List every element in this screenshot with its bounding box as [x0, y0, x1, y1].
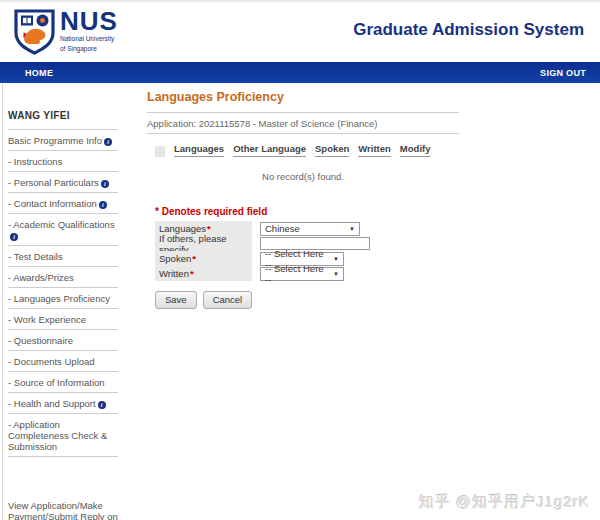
sidebar-item-personal-particulars[interactable]: - Personal Particularsi [8, 172, 118, 193]
info-icon: i [99, 201, 107, 209]
page: NUS National University of Singapore Gra… [0, 0, 600, 520]
sidebar-item-application-completeness-check-submission[interactable]: - Application Completeness Check & Submi… [8, 414, 118, 457]
application-info: Application: 2021115578 - Master of Scie… [147, 113, 459, 133]
zhihu-watermark: 知乎 @知乎用户J1g2rK [419, 493, 590, 512]
navbar: HOME SIGN OUT [0, 62, 600, 83]
cancel-button[interactable]: Cancel [203, 291, 253, 309]
written-label: Written* [155, 266, 252, 281]
info-icon: i [104, 138, 112, 146]
sidebar-item-health-and-support[interactable]: - Health and Supporti [8, 393, 118, 414]
required-asterisk: * [190, 268, 194, 279]
table-header-languages[interactable]: Languages [174, 143, 224, 157]
sidebar-item-test-details[interactable]: - Test Details [8, 246, 118, 267]
page-title: Graduate Admission System [353, 20, 584, 40]
table-header-written[interactable]: Written [358, 143, 391, 157]
sidebar-item-basic-programme-info[interactable]: Basic Programme Infoi [8, 130, 118, 151]
nus-sub-line1: National University [60, 35, 118, 43]
chevron-down-icon: ▼ [349, 226, 355, 232]
divider [147, 133, 459, 134]
others-label: If others, please specify. [155, 236, 252, 251]
spoken-label: Spoken* [155, 251, 252, 266]
sidebar-secondary-menu: View Application/Make Payment/Submit Rep… [8, 495, 118, 520]
sidebar-menu: Basic Programme Infoi- Instructions- Per… [8, 130, 118, 457]
sidebar-item-academic-qualifications[interactable]: - Academic Qualificationsi [8, 214, 118, 246]
written-select[interactable]: -- Select Here -- ▼ [260, 267, 344, 281]
nav-signout-link[interactable]: SIGN OUT [540, 68, 586, 78]
required-asterisk: * [192, 253, 196, 264]
form-row-written: Written* -- Select Here -- ▼ [155, 266, 445, 281]
table-header-modify[interactable]: Modify [400, 143, 431, 157]
info-icon: i [98, 401, 106, 409]
sidebar-item-source-of-information[interactable]: - Source of Information [8, 372, 118, 393]
table-header-other-language[interactable]: Other Language [233, 143, 306, 157]
sidebar-item-awards-prizes[interactable]: - Awards/Prizes [8, 267, 118, 288]
sidebar: WANG YIFEI Basic Programme Infoi- Instru… [8, 106, 118, 520]
sidebar-item-documents-upload[interactable]: - Documents Upload [8, 351, 118, 372]
chevron-down-icon: ▼ [333, 271, 339, 277]
records-table-header: LanguagesOther LanguageSpokenWrittenModi… [155, 143, 459, 157]
main-content: Languages Proficiency Application: 20211… [147, 90, 459, 309]
section-title: Languages Proficiency [147, 90, 459, 104]
table-header-spoken[interactable]: Spoken [315, 143, 349, 157]
empty-records-message: No record(s) found. [147, 171, 459, 182]
info-icon: i [101, 180, 109, 188]
nus-logo: NUS National University of Singapore [14, 9, 118, 55]
save-button[interactable]: Save [155, 291, 197, 309]
sidebar-item-view-application-make-payment-submit-reply-on-offer-of-admission[interactable]: View Application/Make Payment/Submit Rep… [8, 495, 118, 520]
sidebar-item-languages-proficiency[interactable]: - Languages Proficiency [8, 288, 118, 309]
nus-crest-icon [14, 9, 55, 55]
sidebar-item-questionnaire[interactable]: - Questionnaire [8, 330, 118, 351]
languages-select[interactable]: Chinese ▼ [260, 222, 360, 236]
info-icon: i [10, 233, 18, 241]
nus-sub-line2: of Singapore [60, 45, 118, 53]
languages-form: Languages* Chinese ▼ If others, please s… [155, 221, 445, 281]
nus-logo-text: NUS National University of Singapore [60, 9, 118, 53]
chevron-down-icon: ▼ [333, 256, 339, 262]
sidebar-item-work-experience[interactable]: - Work Experience [8, 309, 118, 330]
sidebar-user-name: WANG YIFEI [8, 106, 118, 130]
nus-acronym: NUS [60, 9, 118, 33]
sidebar-item-contact-information[interactable]: - Contact Informationi [8, 193, 118, 214]
required-field-note: * Denotes required field [155, 206, 459, 217]
form-buttons: Save Cancel [155, 291, 459, 309]
sidebar-item-instructions[interactable]: - Instructions [8, 151, 118, 172]
header: NUS National University of Singapore Gra… [0, 2, 600, 62]
table-lead-cell [155, 146, 165, 157]
nav-home-link[interactable]: HOME [25, 68, 53, 78]
